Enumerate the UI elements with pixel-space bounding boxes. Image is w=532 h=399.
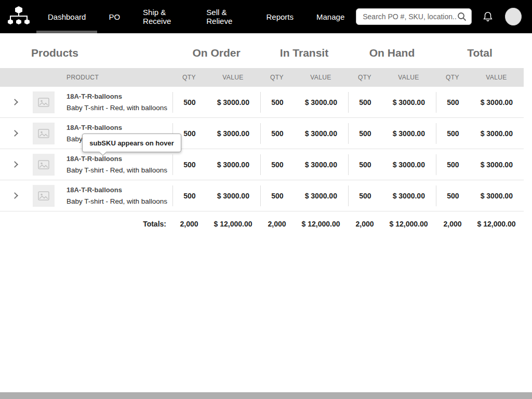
totals-qty: 2,000	[260, 220, 294, 228]
column-header-value: VALUE	[294, 74, 348, 81]
totals-value: $ 12,000.00	[294, 220, 348, 228]
bell-icon	[482, 11, 494, 22]
group-header-on-hand: On Hand	[348, 47, 436, 59]
image-placeholder-icon	[33, 91, 55, 113]
table-row: 18A-T-R-balloons Baby T-shirt - Red, wit…	[0, 149, 524, 180]
product-image	[29, 154, 58, 176]
qty-cell: 500	[173, 161, 206, 169]
totals-qty: 2,000	[436, 220, 469, 228]
qty-cell: 500	[261, 161, 294, 169]
qty-cell: 500	[261, 129, 294, 138]
qty-cell: 500	[436, 98, 470, 107]
search-icon[interactable]	[457, 11, 467, 22]
chevron-right-icon	[11, 130, 18, 137]
product-sku-link[interactable]: 18A-T-R-balloons	[66, 186, 172, 194]
totals-value: $ 12,000.00	[381, 220, 436, 228]
qty-cell: 500	[436, 129, 470, 138]
on-order-cells: 500 $ 3000.00	[172, 123, 260, 144]
table-row: 18A-T-R-balloons Baby T-shirt - Red, wit…	[0, 180, 524, 211]
total-cells: 500 $ 3000.00	[436, 154, 524, 175]
chevron-right-icon	[11, 99, 18, 105]
product-sku-link[interactable]: 18A-T-R-balloons	[66, 92, 172, 100]
value-cell: $ 3000.00	[382, 129, 436, 138]
on-hand-cells: 500 $ 3000.00	[348, 123, 436, 144]
on-order-cells: 500 $ 3000.00	[172, 154, 260, 175]
nav-item-sell-relieve[interactable]: Sell & Relieve	[195, 0, 255, 33]
qty-cell: 500	[436, 161, 470, 169]
qty-cell: 500	[349, 161, 382, 169]
image-placeholder-icon	[33, 123, 55, 144]
column-headers-on-order: QTY VALUE	[172, 74, 260, 81]
table-row: 18A-T-R-balloons Baby T-shirt - Red, wit…	[0, 118, 524, 149]
on-hand-cells: 500 $ 3000.00	[348, 92, 436, 113]
row-expand-button[interactable]	[0, 100, 29, 104]
table-row: 18A-T-R-balloons Baby T-shirt - Red, wit…	[0, 87, 524, 118]
main-nav: Dashboard PO Ship & Receive Sell & Relie…	[36, 0, 356, 33]
nav-item-ship-receive[interactable]: Ship & Receive	[131, 0, 195, 33]
horizontal-scrollbar-track[interactable]	[0, 392, 532, 399]
row-expand-button[interactable]	[0, 193, 29, 198]
qty-cell: 500	[261, 98, 294, 107]
nav-item-reports[interactable]: Reports	[255, 0, 305, 33]
top-nav: Dashboard PO Ship & Receive Sell & Relie…	[0, 0, 532, 33]
qty-cell: 500	[261, 192, 294, 200]
image-placeholder-icon	[33, 154, 55, 176]
totals-in-transit: 2,000 $ 12,000.00	[260, 220, 348, 228]
column-header-qty: QTY	[436, 74, 469, 81]
value-cell: $ 3000.00	[294, 129, 348, 138]
column-header-product: PRODUCT	[58, 74, 172, 81]
qty-cell: 500	[173, 98, 206, 107]
totals-total: 2,000 $ 12,000.00	[436, 220, 524, 228]
value-cell: $ 3000.00	[206, 98, 260, 107]
notifications-button[interactable]	[482, 11, 494, 22]
product-cell: 18A-T-R-balloons Baby T-shirt - Red, wit…	[58, 92, 172, 112]
qty-cell: 500	[349, 98, 382, 107]
on-hand-cells: 500 $ 3000.00	[348, 185, 436, 206]
column-header-qty: QTY	[172, 74, 206, 81]
total-cells: 500 $ 3000.00	[436, 92, 524, 113]
value-cell: $ 3000.00	[294, 192, 348, 200]
horizontal-scrollbar-thumb[interactable]	[0, 392, 532, 399]
value-cell: $ 3000.00	[470, 161, 524, 169]
value-cell: $ 3000.00	[382, 161, 436, 169]
nav-item-po[interactable]: PO	[97, 0, 131, 33]
product-description: Baby T-shirt - Red, with balloons	[66, 104, 172, 112]
product-description: Baby T-shirt - Red, with balloons	[66, 197, 172, 205]
value-cell: $ 3000.00	[294, 161, 348, 169]
search-box[interactable]	[356, 8, 472, 25]
group-header-products: Products	[0, 47, 172, 59]
column-header-value: VALUE	[469, 74, 524, 81]
on-order-cells: 500 $ 3000.00	[172, 185, 260, 206]
value-cell: $ 3000.00	[206, 129, 260, 138]
totals-label: Totals:	[58, 220, 172, 228]
table-group-headers: Products On Order In Transit On Hand Tot…	[0, 33, 524, 68]
image-placeholder-icon	[33, 185, 55, 207]
chevron-right-icon	[11, 192, 18, 199]
totals-qty: 2,000	[172, 220, 206, 228]
column-headers-in-transit: QTY VALUE	[260, 74, 348, 81]
in-transit-cells: 500 $ 3000.00	[260, 185, 348, 206]
totals-qty: 2,000	[348, 220, 381, 228]
totals-on-order: 2,000 $ 12,000.00	[172, 220, 260, 228]
nav-item-manage[interactable]: Manage	[305, 0, 356, 33]
totals-row: Totals: 2,000 $ 12,000.00 2,000 $ 12,000…	[0, 211, 524, 236]
inventory-table: Products On Order In Transit On Hand Tot…	[0, 33, 532, 236]
user-avatar[interactable]	[505, 8, 522, 25]
product-sku-link[interactable]: 18A-T-R-balloons	[66, 155, 172, 163]
product-description: Baby T-shirt - Red, with balloons	[66, 166, 172, 174]
logo-icon	[7, 6, 30, 28]
search-input[interactable]	[363, 12, 457, 21]
value-cell: $ 3000.00	[470, 129, 524, 138]
row-expand-button[interactable]	[0, 162, 29, 167]
totals-value: $ 12,000.00	[469, 220, 524, 228]
column-header-value: VALUE	[381, 74, 436, 81]
qty-cell: 500	[349, 129, 382, 138]
product-sku-link[interactable]: 18A-T-R-balloons	[66, 124, 172, 131]
product-image	[29, 91, 58, 113]
product-image	[29, 185, 58, 207]
nav-item-dashboard[interactable]: Dashboard	[36, 0, 97, 33]
total-cells: 500 $ 3000.00	[436, 185, 524, 206]
column-header-qty: QTY	[348, 74, 381, 81]
app-logo[interactable]	[7, 5, 30, 29]
row-expand-button[interactable]	[0, 131, 29, 136]
